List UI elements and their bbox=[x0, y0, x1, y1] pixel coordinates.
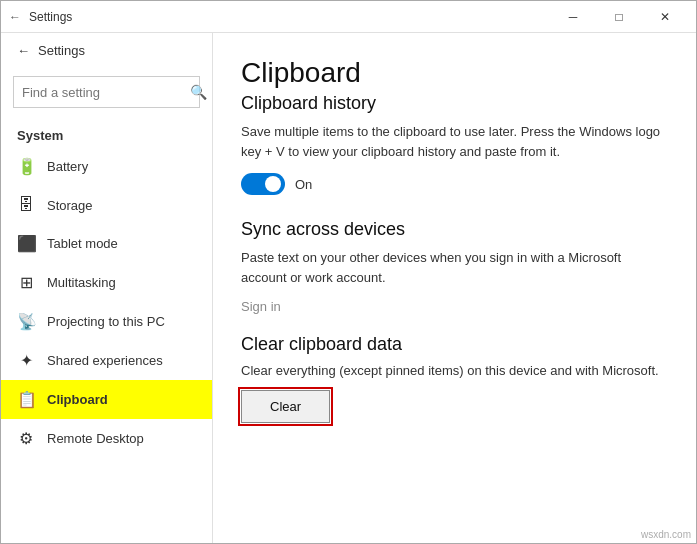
main-content: Clipboard Clipboard history Save multipl… bbox=[213, 33, 696, 543]
section2-title: Sync across devices bbox=[241, 219, 668, 240]
sidebar-item-battery[interactable]: 🔋 Battery bbox=[1, 147, 212, 186]
toggle-row: On bbox=[241, 173, 668, 195]
sidebar-item-remote[interactable]: ⚙ Remote Desktop bbox=[1, 419, 212, 458]
section1-desc: Save multiple items to the clipboard to … bbox=[241, 122, 668, 161]
section1: Clipboard history Save multiple items to… bbox=[241, 93, 668, 195]
section3: Clear clipboard data Clear everything (e… bbox=[241, 334, 668, 423]
maximize-button[interactable]: □ bbox=[596, 1, 642, 33]
section2-desc: Paste text on your other devices when yo… bbox=[241, 248, 668, 287]
sidebar-item-label: Clipboard bbox=[47, 392, 108, 407]
sidebar-item-label: Projecting to this PC bbox=[47, 314, 165, 329]
toggle-thumb bbox=[265, 176, 281, 192]
toggle-track bbox=[241, 173, 285, 195]
titlebar-controls: ─ □ ✕ bbox=[550, 1, 688, 33]
sign-in-link: Sign in bbox=[241, 299, 668, 314]
sidebar-item-projecting[interactable]: 📡 Projecting to this PC bbox=[1, 302, 212, 341]
close-button[interactable]: ✕ bbox=[642, 1, 688, 33]
sidebar-item-label: Tablet mode bbox=[47, 236, 118, 251]
sidebar-item-storage[interactable]: 🗄 Storage bbox=[1, 186, 212, 224]
multitasking-icon: ⊞ bbox=[17, 273, 35, 292]
clipboard-icon: 📋 bbox=[17, 390, 35, 409]
sidebar-item-label: Shared experiences bbox=[47, 353, 163, 368]
sidebar-item-multitasking[interactable]: ⊞ Multitasking bbox=[1, 263, 212, 302]
sidebar-item-tablet[interactable]: ⬛ Tablet mode bbox=[1, 224, 212, 263]
system-label: System bbox=[1, 120, 212, 147]
clear-button[interactable]: Clear bbox=[241, 390, 330, 423]
section3-title: Clear clipboard data bbox=[241, 334, 668, 355]
remote-icon: ⚙ bbox=[17, 429, 35, 448]
section2: Sync across devices Paste text on your o… bbox=[241, 219, 668, 314]
tablet-icon: ⬛ bbox=[17, 234, 35, 253]
sidebar-item-label: Remote Desktop bbox=[47, 431, 144, 446]
shared-icon: ✦ bbox=[17, 351, 35, 370]
back-label: Settings bbox=[38, 43, 85, 58]
back-button[interactable]: ← Settings bbox=[1, 33, 212, 68]
section1-title: Clipboard history bbox=[241, 93, 668, 114]
page-title: Clipboard bbox=[241, 57, 668, 89]
titlebar: ← Settings ─ □ ✕ bbox=[1, 1, 696, 33]
sidebar-item-label: Battery bbox=[47, 159, 88, 174]
sidebar: ← Settings 🔍 System 🔋 Battery 🗄 Storage … bbox=[1, 33, 213, 543]
search-box[interactable]: 🔍 bbox=[13, 76, 200, 108]
toggle-on-label: On bbox=[295, 177, 312, 192]
minimize-button[interactable]: ─ bbox=[550, 1, 596, 33]
clipboard-history-toggle[interactable] bbox=[241, 173, 285, 195]
titlebar-left: ← Settings bbox=[9, 10, 72, 24]
sidebar-item-shared[interactable]: ✦ Shared experiences bbox=[1, 341, 212, 380]
sidebar-item-clipboard[interactable]: 📋 Clipboard bbox=[1, 380, 212, 419]
battery-icon: 🔋 bbox=[17, 157, 35, 176]
titlebar-title: Settings bbox=[29, 10, 72, 24]
watermark: wsxdn.com bbox=[641, 529, 691, 540]
content-area: ← Settings 🔍 System 🔋 Battery 🗄 Storage … bbox=[1, 33, 696, 543]
back-icon: ← bbox=[9, 10, 21, 24]
storage-icon: 🗄 bbox=[17, 196, 35, 214]
search-icon: 🔍 bbox=[190, 84, 207, 100]
search-input[interactable] bbox=[22, 85, 190, 100]
section3-desc: Clear everything (except pinned items) o… bbox=[241, 363, 668, 378]
sidebar-item-label: Multitasking bbox=[47, 275, 116, 290]
sidebar-item-label: Storage bbox=[47, 198, 93, 213]
back-arrow-icon: ← bbox=[17, 43, 30, 58]
projecting-icon: 📡 bbox=[17, 312, 35, 331]
